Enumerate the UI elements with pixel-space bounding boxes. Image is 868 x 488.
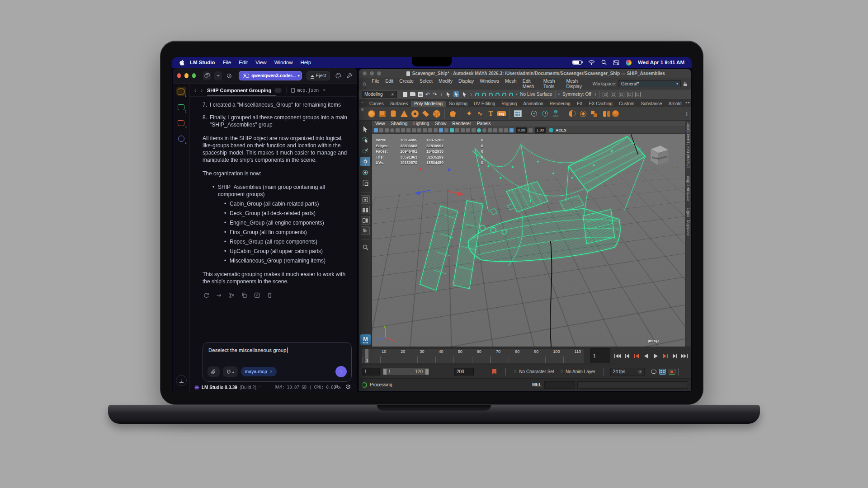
maya-menu-item[interactable]: Modify xyxy=(439,78,453,89)
mirror-icon[interactable] xyxy=(579,109,587,118)
depth-of-field-icon[interactable] xyxy=(488,128,492,132)
rotate-tool-icon[interactable] xyxy=(360,168,370,177)
zoom-traffic-light[interactable] xyxy=(377,71,381,75)
menu-set-selector[interactable]: Modeling▾ xyxy=(362,91,397,98)
shelf-tab[interactable]: Custom xyxy=(616,101,637,107)
battery-icon[interactable] xyxy=(572,60,582,65)
send-button[interactable]: ↑ xyxy=(335,366,347,377)
minimize-traffic-light[interactable] xyxy=(370,71,374,75)
new-scene-icon[interactable] xyxy=(403,92,407,97)
model-selector[interactable]: M_ qwen/qwen3-coder... ▾ xyxy=(239,71,302,80)
minimize-traffic-light[interactable] xyxy=(184,73,188,78)
poly-cone-icon[interactable] xyxy=(400,109,408,118)
gate-mask-icon[interactable] xyxy=(417,128,421,132)
bookmark-icon[interactable] xyxy=(492,369,496,375)
tab-mcp-json[interactable]: mcp.json × xyxy=(291,88,326,93)
wifi-icon[interactable] xyxy=(588,60,595,65)
redo-icon[interactable]: ↷ xyxy=(433,92,437,97)
chat-tab-more-icon[interactable]: ··· xyxy=(274,88,282,93)
select-by-object-icon[interactable] xyxy=(453,91,459,97)
next-key-button[interactable] xyxy=(661,352,669,360)
user-icon[interactable] xyxy=(334,385,339,390)
go-to-end-button[interactable] xyxy=(680,352,688,360)
type-tool-icon[interactable]: T xyxy=(486,109,495,118)
menubar-item-help[interactable]: Help xyxy=(301,60,311,65)
shelf-tab[interactable]: Curves xyxy=(366,101,387,107)
nav-forward-icon[interactable]: › xyxy=(201,87,203,94)
shelf-tab[interactable]: Surfaces xyxy=(387,101,411,107)
grease-pencil-icon[interactable] xyxy=(396,128,400,132)
snap-to-projected-center-icon[interactable] xyxy=(495,93,500,96)
menubar-item-view[interactable]: View xyxy=(255,60,267,65)
viewport-menu-item[interactable]: Shading xyxy=(391,121,408,126)
edit-icon[interactable] xyxy=(254,292,260,298)
multi-cut-icon[interactable] xyxy=(514,109,522,118)
menubar-item-edit[interactable]: Edit xyxy=(239,60,248,65)
maya-menu-item[interactable]: Mesh xyxy=(505,78,517,89)
camera-attrs-icon[interactable] xyxy=(374,128,378,132)
isolate-select-icon[interactable] xyxy=(493,128,497,132)
shadows-icon[interactable] xyxy=(466,128,470,132)
undo-icon[interactable]: ↶ xyxy=(425,92,430,97)
branch-icon[interactable] xyxy=(229,292,235,298)
motion-blur-icon[interactable] xyxy=(477,128,481,132)
render-settings-icon[interactable] xyxy=(619,92,624,97)
range-end-handle[interactable] xyxy=(425,369,429,375)
screen-space-ao-icon[interactable] xyxy=(472,128,476,132)
sidebar-developer-icon[interactable]: 2 xyxy=(176,103,186,112)
shelf-down-icon[interactable]: ▼ xyxy=(685,114,688,117)
select-by-hierarchy-icon[interactable] xyxy=(445,91,451,97)
manipulator-blue-arrow[interactable] xyxy=(415,190,431,196)
use-all-lights-icon[interactable] xyxy=(461,128,465,132)
shelf-scroll-icons[interactable]: ◂ ▸ xyxy=(685,100,690,104)
viewport-menu-item[interactable]: Renderer xyxy=(452,121,471,126)
maya-menu-item[interactable]: Create xyxy=(399,78,414,89)
manipulator-blue-dot[interactable] xyxy=(448,169,451,171)
layout-four-pane-icon[interactable] xyxy=(361,206,370,214)
menubar-item-file[interactable]: File xyxy=(223,60,231,65)
chat-tab-title[interactable]: SHIP Component Grouping xyxy=(207,88,271,93)
sidebar-discover-icon[interactable]: 4 xyxy=(176,134,186,143)
character-set-selector[interactable]: No Character Set xyxy=(519,369,554,374)
select-by-component-icon[interactable] xyxy=(462,91,467,97)
snap-to-grid-icon[interactable] xyxy=(475,93,479,96)
sweep-mesh-icon[interactable]: ✦ xyxy=(465,109,473,118)
color-app-icon[interactable] xyxy=(626,60,632,66)
viewport-3d-canvas[interactable]: Verts: 16854495 16375203 0 Edges: 338036… xyxy=(372,134,685,347)
attach-paperclip-icon[interactable] xyxy=(208,366,220,377)
play-backwards-button[interactable] xyxy=(642,352,650,360)
maya-menu-item[interactable]: Windows xyxy=(480,78,499,89)
viewport-menu-item[interactable]: Lighting xyxy=(413,121,429,126)
menubar-item-window[interactable]: Window xyxy=(274,60,293,65)
menubar-clock[interactable]: Wed Apr 1 9:41 AM xyxy=(638,60,684,65)
mcp-pill-maya-mcp[interactable]: maya-mcp × xyxy=(241,367,277,376)
step-forward-frame-button[interactable] xyxy=(671,352,679,360)
open-scene-icon[interactable] xyxy=(410,92,415,96)
play-forward-button[interactable] xyxy=(652,352,660,360)
view-transform-label[interactable]: ACES xyxy=(556,128,566,132)
layout-two-pane-icon[interactable] xyxy=(361,216,370,225)
animation-start-field[interactable]: 1 xyxy=(362,368,380,375)
viewport-menu-item[interactable]: Show xyxy=(435,121,446,126)
maya-menu-item[interactable]: Select xyxy=(420,78,433,89)
command-line-input[interactable] xyxy=(544,381,575,389)
shelf-tab[interactable]: Rendering xyxy=(547,101,574,107)
developer-wrench-icon[interactable] xyxy=(347,73,353,79)
maya-menu-item[interactable]: Edit Mesh xyxy=(523,78,538,89)
viewport-menu-item[interactable]: Panels xyxy=(477,121,491,126)
copy-icon[interactable] xyxy=(241,292,247,298)
anim-layer-selector[interactable]: No Anim Layer xyxy=(566,369,595,374)
playblast-icon[interactable] xyxy=(659,369,666,375)
snap-to-point-icon[interactable] xyxy=(489,93,493,96)
poly-cylinder-icon[interactable] xyxy=(389,109,397,118)
field-chart-icon[interactable] xyxy=(423,128,427,132)
live-surface-field[interactable]: No Live Surface xyxy=(520,92,552,97)
nav-back-icon[interactable]: ‹ xyxy=(194,87,196,94)
maya-menu-item[interactable]: Display xyxy=(458,78,474,89)
control-center-icon[interactable] xyxy=(613,60,619,65)
spotlight-search-icon[interactable] xyxy=(601,60,607,65)
snap-to-curve-icon[interactable] xyxy=(482,93,486,96)
smooth-icon[interactable] xyxy=(611,109,620,118)
image-plane-icon[interactable] xyxy=(385,128,389,132)
manipulator-red-dot[interactable] xyxy=(420,168,422,170)
